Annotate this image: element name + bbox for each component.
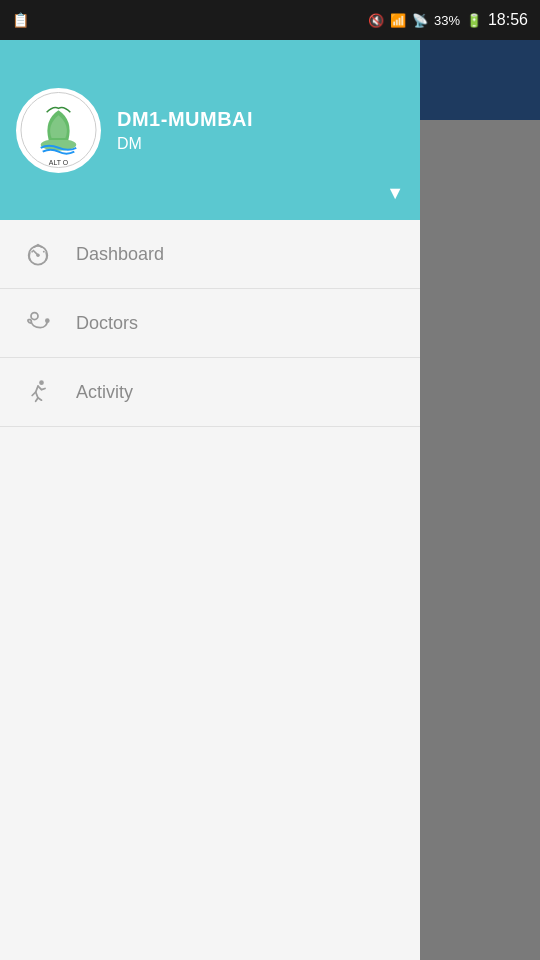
overlay-top xyxy=(420,40,540,120)
sidebar: ALT O DM1-MUMBAI DM ▼ xyxy=(0,40,420,960)
activity-icon xyxy=(20,374,56,410)
status-bar-left: 📋 xyxy=(12,12,33,28)
org-logo: ALT O xyxy=(19,90,98,170)
svg-point-6 xyxy=(43,251,45,253)
mute-icon: 🔇 xyxy=(368,13,384,28)
wifi-icon: 📶 xyxy=(390,13,406,28)
status-bar: 📋 🔇 📶 📡 33% 🔋 18:56 xyxy=(0,0,540,40)
svg-point-9 xyxy=(39,380,44,385)
main-container: ALT O DM1-MUMBAI DM ▼ xyxy=(0,40,540,960)
status-bar-right: 🔇 📶 📡 33% 🔋 18:56 xyxy=(368,11,528,29)
overlay-body xyxy=(420,120,540,960)
nav-item-dashboard[interactable]: Dashboard xyxy=(0,220,420,289)
battery-icon: 🔋 xyxy=(466,13,482,28)
svg-text:ALT O: ALT O xyxy=(49,159,69,166)
time-display: 18:56 xyxy=(488,11,528,29)
dashboard-label: Dashboard xyxy=(76,244,164,265)
org-name: DM1-MUMBAI xyxy=(117,108,404,131)
battery-percent: 33% xyxy=(434,13,460,28)
app-icon: 📋 xyxy=(12,12,29,28)
dashboard-icon xyxy=(20,236,56,272)
nav-item-doctors[interactable]: Doctors xyxy=(0,289,420,358)
signal-icon: 📡 xyxy=(412,13,428,28)
svg-point-8 xyxy=(45,318,50,323)
org-role: DM xyxy=(117,135,404,153)
nav-items: Dashboard Doctors xyxy=(0,220,420,427)
sidebar-header: ALT O DM1-MUMBAI DM ▼ xyxy=(0,40,420,220)
svg-point-5 xyxy=(31,251,33,253)
svg-point-7 xyxy=(31,313,38,320)
dropdown-arrow[interactable]: ▼ xyxy=(386,183,404,204)
doctors-label: Doctors xyxy=(76,313,138,334)
nav-item-activity[interactable]: Activity xyxy=(0,358,420,427)
overlay-right xyxy=(420,40,540,960)
svg-point-4 xyxy=(36,253,40,256)
activity-label: Activity xyxy=(76,382,133,403)
doctors-icon xyxy=(20,305,56,341)
avatar: ALT O xyxy=(16,88,101,173)
header-text: DM1-MUMBAI DM xyxy=(117,108,404,153)
